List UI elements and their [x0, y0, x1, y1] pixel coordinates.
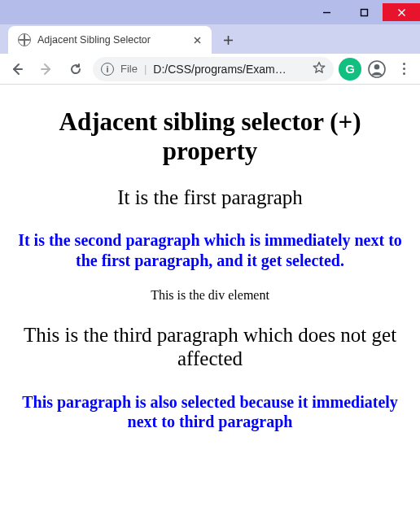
svg-point-11 [374, 64, 380, 70]
extension-glyph: G [345, 62, 355, 76]
menu-button[interactable] [392, 57, 415, 81]
globe-icon [18, 33, 31, 46]
window-titlebar [0, 0, 420, 24]
browser-tab[interactable]: Adjacent Sibling Selector [8, 26, 212, 54]
tab-title: Adjacent Sibling Selector [37, 34, 184, 46]
minimize-button[interactable] [308, 3, 345, 21]
dot-icon [403, 68, 405, 70]
paragraph-2: It is the second paragraph which is imme… [18, 230, 402, 270]
forward-button[interactable] [34, 57, 59, 81]
maximize-button[interactable] [345, 3, 383, 21]
new-tab-button[interactable] [217, 28, 239, 51]
address-separator: | [144, 63, 147, 75]
info-icon[interactable]: i [101, 63, 114, 76]
window-controls [308, 3, 420, 24]
tab-close-icon[interactable] [190, 33, 203, 46]
close-button[interactable] [383, 3, 420, 21]
browser-toolbar: i File | D:/CSS/programs/Exam… G [0, 54, 420, 85]
bookmark-icon[interactable] [313, 61, 326, 77]
svg-rect-1 [361, 9, 367, 15]
paragraph-3: This is the third paragraph which does n… [18, 324, 402, 371]
div-element-text: This is the div element [18, 288, 402, 303]
extension-button[interactable]: G [339, 58, 361, 81]
url-text: D:/CSS/programs/Exam… [153, 63, 306, 76]
address-bar[interactable]: i File | D:/CSS/programs/Exam… [93, 57, 334, 81]
page-content: Adjacent sibling selector (+) property I… [0, 85, 420, 524]
dot-icon [403, 72, 405, 75]
file-scheme-label: File [120, 63, 138, 75]
reload-button[interactable] [63, 57, 88, 81]
tab-strip: Adjacent Sibling Selector [0, 24, 420, 54]
dot-icon [403, 63, 405, 65]
paragraph-1: It is the first paragraph [18, 186, 402, 209]
page-heading: Adjacent sibling selector (+) property [18, 107, 402, 165]
profile-button[interactable] [366, 59, 387, 80]
paragraph-4: This paragraph is also selected because … [18, 392, 402, 432]
back-button[interactable] [5, 57, 29, 81]
